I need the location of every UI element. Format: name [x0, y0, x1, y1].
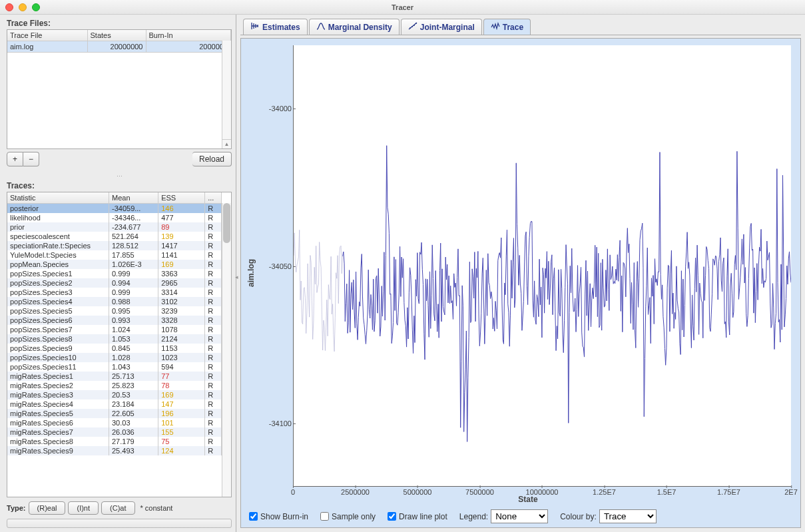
y-tick: -34100: [269, 419, 292, 427]
traces-scrollbar[interactable]: [222, 203, 231, 497]
type-label: Type:: [7, 504, 26, 512]
tab-marginal-density[interactable]: Marginal Density: [309, 19, 400, 35]
traces-table[interactable]: Statistic Mean ESS ... posterior-34059..…: [7, 192, 222, 455]
trace-row[interactable]: popMean.Species1.026E-3169R: [7, 260, 222, 269]
y-tick: -34050: [269, 262, 292, 270]
draw-line-checkbox[interactable]: Draw line plot: [388, 512, 447, 521]
trace-row[interactable]: popSizes.Species10.9993363R: [7, 269, 222, 278]
add-trace-button[interactable]: +: [7, 152, 23, 166]
traces-col-stat[interactable]: Statistic: [7, 192, 109, 204]
trace-row[interactable]: popSizes.Species71.0241078R: [7, 325, 222, 334]
x-axis-label: State: [518, 495, 537, 504]
window-titlebar: Tracer: [0, 0, 805, 15]
y-axis-label: aim.log: [244, 259, 258, 287]
svg-point-3: [415, 23, 417, 24]
trace-row[interactable]: migRates.Species423.184147R: [7, 399, 222, 409]
trace-row[interactable]: popSizes.Species20.9942965R: [7, 278, 222, 288]
status-bar: [7, 519, 232, 528]
x-tick: 7500000: [465, 488, 494, 496]
trace-row[interactable]: migRates.Species630.03101R: [7, 418, 222, 427]
trace-row[interactable]: popSizes.Species81.0532124R: [7, 334, 222, 344]
trace-row[interactable]: popSizes.Species111.043594R: [7, 362, 222, 372]
trace-row[interactable]: YuleModel.t:Species17.8551141R: [7, 250, 222, 260]
trace-row[interactable]: speciescoalescent521.264139R: [7, 232, 222, 241]
trace-row[interactable]: popSizes.Species60.9933328R: [7, 316, 222, 325]
type-constant-label: * constant: [140, 504, 173, 512]
svg-point-2: [413, 25, 415, 26]
tab-estimates[interactable]: Estimates: [243, 19, 308, 35]
trace-row[interactable]: migRates.Species225.82378R: [7, 381, 222, 390]
trace-files-heading: Trace Files:: [7, 19, 232, 28]
traces-col-ess[interactable]: ESS: [158, 192, 205, 204]
splitter-handle[interactable]: ⋯: [7, 173, 232, 180]
colourby-label: Colour by:: [560, 512, 597, 521]
trace-row[interactable]: popSizes.Species50.9953239R: [7, 306, 222, 316]
trace-row[interactable]: migRates.Species726.036155R: [7, 427, 222, 437]
trace-row[interactable]: migRates.Species320.53169R: [7, 390, 222, 399]
x-tick: 1.25E7: [593, 488, 616, 496]
svg-point-1: [411, 26, 413, 27]
trace-plot[interactable]: State -34000-34050-341000250000050000007…: [258, 41, 798, 505]
trace-row[interactable]: posterior-34059...146R: [7, 204, 222, 214]
trace-row[interactable]: likelihood-34346...477R: [7, 213, 222, 222]
traces-col-mean[interactable]: Mean: [109, 192, 158, 204]
y-tick: -34000: [269, 105, 292, 113]
trace-files-table[interactable]: Trace File States Burn-In aim.log 200000…: [7, 29, 232, 149]
trace-icon: [491, 22, 500, 32]
joint-marginal-icon: [408, 22, 417, 32]
tab-trace[interactable]: Trace: [483, 19, 531, 35]
x-tick: 2E7: [784, 488, 798, 496]
vertical-splitter[interactable]: ◂: [235, 274, 238, 280]
trace-file-row[interactable]: aim.log 20000000 2000000: [7, 41, 231, 53]
x-tick: 2500000: [341, 488, 370, 496]
show-burnin-checkbox[interactable]: Show Burn-in: [249, 512, 308, 521]
tab-joint-marginal[interactable]: Joint-Marginal: [401, 19, 482, 35]
colourby-select[interactable]: Trace: [599, 509, 657, 523]
type-int-button[interactable]: (I)nt: [68, 501, 99, 515]
trace-row[interactable]: migRates.Species522.605196R: [7, 409, 222, 418]
trace-row[interactable]: migRates.Species925.493124R: [7, 446, 222, 455]
files-col-states[interactable]: States: [87, 30, 146, 41]
remove-trace-button[interactable]: −: [23, 152, 39, 166]
reload-button[interactable]: Reload: [192, 152, 232, 166]
x-tick: 5000000: [403, 488, 432, 496]
trace-row[interactable]: popSizes.Species40.9883102R: [7, 297, 222, 306]
trace-row[interactable]: migRates.Species125.71377R: [7, 372, 222, 381]
traces-table-wrap: Statistic Mean ESS ... posterior-34059..…: [7, 192, 232, 497]
legend-select[interactable]: None: [491, 509, 548, 523]
svg-point-0: [409, 27, 411, 29]
trace-row[interactable]: speciationRate.t:Species128.5121417R: [7, 241, 222, 250]
estimates-icon: [250, 22, 260, 32]
type-real-button[interactable]: (R)eal: [29, 501, 66, 515]
files-scrollbar[interactable]: ▲: [222, 41, 231, 148]
x-tick: 0: [291, 488, 295, 496]
chart-area: aim.log State -34000-34050-3410002500000…: [240, 38, 801, 528]
x-tick: 10000000: [526, 488, 559, 496]
x-tick: 1.75E7: [717, 488, 740, 496]
type-cat-button[interactable]: (C)at: [101, 501, 134, 515]
sample-only-checkbox[interactable]: Sample only: [320, 512, 376, 521]
trace-row[interactable]: popSizes.Species30.9993314R: [7, 288, 222, 297]
trace-row[interactable]: prior-234.67789R: [7, 222, 222, 232]
files-col-burnin[interactable]: Burn-In: [146, 30, 231, 41]
files-col-file[interactable]: Trace File: [7, 30, 87, 41]
marginal-density-icon: [316, 22, 326, 32]
trace-row[interactable]: migRates.Species827.17975R: [7, 437, 222, 446]
window-title: Tracer: [0, 3, 805, 11]
legend-label: Legend:: [459, 512, 488, 521]
x-tick: 1.5E7: [657, 488, 676, 496]
traces-heading: Traces:: [7, 181, 232, 190]
trace-row[interactable]: popSizes.Species101.0281023R: [7, 353, 222, 362]
traces-col-type[interactable]: ...: [205, 192, 222, 204]
trace-row[interactable]: popSizes.Species90.8451153R: [7, 344, 222, 353]
